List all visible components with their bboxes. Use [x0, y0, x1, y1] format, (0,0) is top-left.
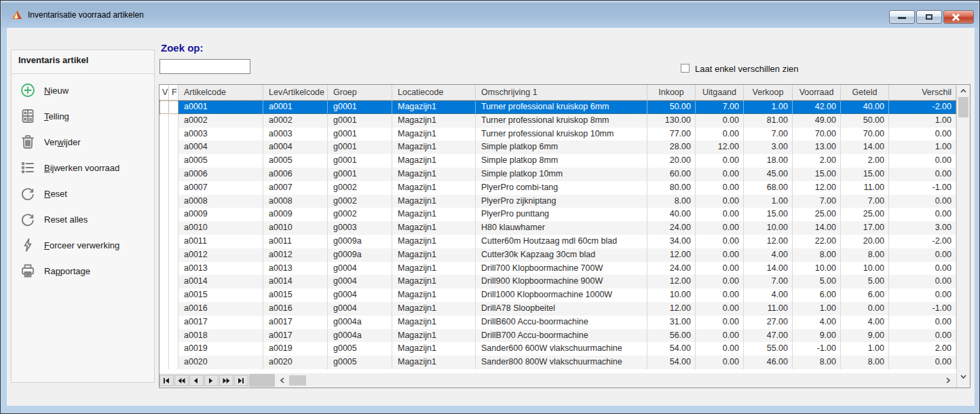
cell-voorraad[interactable]: 42.00 — [793, 100, 841, 114]
cell-geteld[interactable]: 0.00 — [841, 302, 889, 316]
cell-verschil[interactable]: -1.00 — [889, 302, 956, 316]
column-header-verkoop[interactable]: Verkoop — [744, 85, 793, 100]
cell-groep[interactable]: g0001 — [328, 168, 392, 181]
cell-artikelcode[interactable]: a0010 — [178, 221, 263, 235]
cell-voorraad[interactable]: -1.00 — [793, 342, 841, 356]
table-row-a0002[interactable]: a0002a0002g0001Magazijn1Turner professio… — [159, 114, 956, 128]
cell-verkoop[interactable]: 3.00 — [744, 140, 793, 154]
cell-f[interactable] — [169, 140, 178, 154]
cell-geteld[interactable]: 8.00 — [841, 356, 889, 369]
cell-inkoop[interactable]: 12.00 — [647, 275, 696, 288]
cell-verschil[interactable]: 0.00 — [889, 275, 956, 288]
search-input[interactable] — [159, 59, 250, 74]
cell-voorraad[interactable]: 70.00 — [793, 128, 841, 141]
cell-groep[interactable]: g0002 — [328, 208, 392, 221]
cell-voorraad[interactable]: 6.00 — [793, 288, 841, 302]
cell-inkoop[interactable]: 40.00 — [647, 208, 696, 221]
cell-verkoop[interactable]: 18.00 — [744, 154, 793, 168]
cell-uitgaand[interactable]: 0.00 — [696, 248, 744, 262]
cell-verkoop[interactable]: 10.00 — [744, 221, 793, 235]
cell-verschil[interactable]: 3.00 — [889, 221, 956, 235]
cell-voorraad[interactable]: 7.00 — [793, 195, 841, 208]
cell-v[interactable] — [159, 195, 169, 208]
cell-v[interactable] — [159, 154, 169, 168]
cell-groep[interactable]: g0004 — [328, 262, 392, 276]
cell-artikelcode[interactable]: a0007 — [178, 181, 263, 195]
cell-omschrijving-1[interactable]: PlyerPro combi-tang — [476, 181, 647, 195]
cell-inkoop[interactable]: 31.00 — [647, 316, 696, 329]
cell-uitgaand[interactable]: 7.00 — [696, 100, 744, 114]
cell-artikelcode[interactable]: a0013 — [178, 262, 263, 276]
cell-artikelcode[interactable]: a0012 — [178, 248, 263, 262]
cell-v[interactable] — [159, 181, 169, 195]
cell-voorraad[interactable]: 5.00 — [793, 275, 841, 288]
nav-next-button[interactable] — [204, 375, 219, 386]
cell-inkoop[interactable]: 54.00 — [647, 356, 696, 369]
table-row-a0008[interactable]: a0008a0008g0002Magazijn1PlyerPro zijknip… — [159, 195, 956, 208]
cell-omschrijving-1[interactable]: H80 klauwhamer — [476, 221, 647, 235]
cell-verschil[interactable]: 0.00 — [889, 288, 956, 302]
nav-fast-prev-button[interactable] — [174, 375, 189, 386]
cell-voorraad[interactable]: 8.00 — [793, 248, 841, 262]
sidebar-item-forceer-verwerking[interactable]: Forceer verwerking — [20, 232, 153, 258]
cell-inkoop[interactable]: 50.00 — [647, 100, 696, 114]
cell-omschrijving-1[interactable]: PlyerPro punttang — [476, 208, 647, 221]
cell-uitgaand[interactable]: 0.00 — [696, 168, 744, 181]
cell-levartikelcode[interactable]: a0005 — [263, 154, 328, 168]
cell-artikelcode[interactable]: a0005 — [178, 154, 263, 168]
cell-artikelcode[interactable]: a0018 — [178, 329, 263, 343]
cell-voorraad[interactable]: 12.00 — [793, 181, 841, 195]
cell-geteld[interactable]: 40.00 — [841, 100, 889, 114]
cell-uitgaand[interactable]: 0.00 — [696, 342, 744, 356]
table-row-a0007[interactable]: a0007a0007g0002Magazijn1PlyerPro combi-t… — [159, 181, 956, 195]
cell-groep[interactable]: g0005 — [328, 342, 392, 356]
cell-uitgaand[interactable]: 0.00 — [696, 275, 744, 288]
cell-verschil[interactable]: 0.00 — [889, 154, 956, 168]
cell-voorraad[interactable]: 49.00 — [793, 114, 841, 128]
cell-f[interactable] — [169, 329, 178, 343]
cell-verkoop[interactable]: 12.00 — [744, 235, 793, 248]
cell-inkoop[interactable]: 28.00 — [647, 140, 696, 154]
cell-v[interactable] — [159, 302, 169, 316]
cell-verschil[interactable]: 0.00 — [889, 128, 956, 141]
cell-levartikelcode[interactable]: a0009 — [263, 208, 328, 221]
cell-geteld[interactable]: 8.00 — [841, 248, 889, 262]
cell-levartikelcode[interactable]: a0007 — [263, 181, 328, 195]
sidebar-item-rapportage[interactable]: Rapportage — [20, 258, 153, 284]
cell-geteld[interactable]: 10.00 — [841, 262, 889, 276]
cell-inkoop[interactable]: 77.00 — [647, 128, 696, 141]
cell-v[interactable] — [159, 275, 169, 288]
cell-v[interactable] — [159, 100, 169, 114]
cell-verkoop[interactable]: 4.00 — [744, 288, 793, 302]
vertical-scroll-thumb[interactable] — [958, 97, 968, 117]
cell-groep[interactable]: g0009a — [328, 235, 392, 248]
cell-v[interactable] — [159, 221, 169, 235]
cell-geteld[interactable]: 7.00 — [841, 195, 889, 208]
cell-geteld[interactable]: 5.00 — [841, 275, 889, 288]
cell-verschil[interactable]: 0.00 — [889, 195, 956, 208]
scroll-down-icon[interactable] — [957, 371, 970, 382]
horizontal-scroll-thumb[interactable] — [289, 375, 306, 385]
cell-omschrijving-1[interactable]: Cutter30k Kapzaag 30cm blad — [476, 248, 647, 262]
cell-verkoop[interactable]: 7.00 — [744, 275, 793, 288]
close-button[interactable] — [943, 10, 974, 24]
cell-geteld[interactable]: 15.00 — [841, 168, 889, 181]
cell-uitgaand[interactable]: 0.00 — [696, 329, 744, 343]
cell-f[interactable] — [169, 168, 178, 181]
cell-locatiecode[interactable]: Magazijn1 — [392, 181, 476, 195]
cell-verkoop[interactable]: 7.00 — [744, 128, 793, 141]
table-row-a0015[interactable]: a0015a0015g0004Magazijn1Drill1000 Klopbo… — [159, 288, 956, 302]
cell-omschrijving-1[interactable]: PlyerPro zijkniptang — [476, 195, 647, 208]
column-header-locatiecode[interactable]: Locatiecode — [392, 85, 476, 100]
cell-verkoop[interactable]: 45.00 — [744, 168, 793, 181]
cell-geteld[interactable]: 17.00 — [841, 221, 889, 235]
table-row-a0009[interactable]: a0009a0009g0002Magazijn1PlyerPro punttan… — [159, 208, 956, 221]
cell-v[interactable] — [159, 342, 169, 356]
cell-levartikelcode[interactable]: a0014 — [263, 275, 328, 288]
cell-inkoop[interactable]: 56.00 — [647, 329, 696, 343]
cell-omschrijving-1[interactable]: Drill1000 Klopboormachine 1000W — [476, 288, 647, 302]
cell-inkoop[interactable]: 8.00 — [647, 195, 696, 208]
nav-prev-button[interactable] — [189, 375, 204, 386]
table-row-a0001[interactable]: a0001a0001g0001Magazijn1Turner professio… — [159, 100, 956, 114]
cell-v[interactable] — [159, 208, 169, 221]
